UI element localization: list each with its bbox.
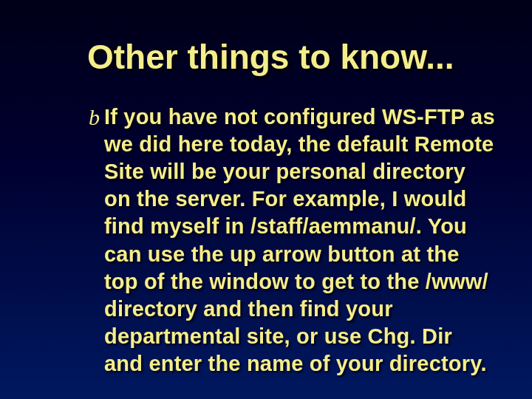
- bullet-item: b If you have not configured WS-FTP as w…: [81, 103, 495, 378]
- bullet-marker-icon: b: [89, 105, 100, 129]
- slide: Other things to know... b If you have no…: [0, 0, 532, 399]
- bullet-text: If you have not configured WS-FTP as we …: [104, 103, 495, 378]
- slide-title: Other things to know...: [87, 37, 495, 77]
